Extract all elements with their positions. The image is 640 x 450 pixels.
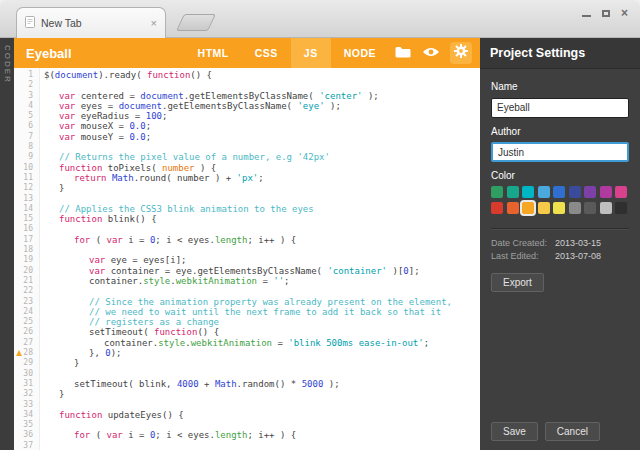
- line-number: 18: [14, 245, 39, 255]
- code-line: for ( var i = 0; i < eyes.length; i++ ) …: [44, 235, 480, 245]
- settings-button[interactable]: [450, 42, 472, 64]
- author-field[interactable]: [491, 142, 629, 162]
- line-number: 36: [14, 430, 39, 440]
- code-lines[interactable]: $(document).ready( function() { var cent…: [40, 68, 480, 450]
- date-created-value: 2013-03-15: [555, 238, 601, 248]
- code-line: // Returns the pixel value of a number, …: [44, 152, 480, 162]
- minimize-icon[interactable]: [582, 15, 591, 17]
- code-line: }: [44, 183, 480, 193]
- name-label: Name: [491, 81, 629, 92]
- color-swatch[interactable]: [491, 202, 503, 214]
- coder-brand-label: CODER: [3, 45, 12, 84]
- code-line: [44, 286, 480, 296]
- last-edited-row: Last Edited: 2013-07-08: [491, 251, 629, 261]
- color-swatch[interactable]: [584, 202, 596, 214]
- line-number: 32: [14, 389, 39, 399]
- code-line: container.style.webkitAnimation = 'blink…: [44, 338, 480, 348]
- main-column: Eyeball HTMLCSSJSNODE: [14, 38, 480, 450]
- color-swatch[interactable]: [491, 186, 503, 198]
- name-field[interactable]: [491, 98, 629, 118]
- color-swatch[interactable]: [615, 202, 627, 214]
- line-number: 13: [14, 194, 39, 204]
- code-line: var mouseY = 0.0;: [44, 132, 480, 142]
- line-number: 1: [14, 70, 39, 80]
- gear-icon: [454, 44, 468, 62]
- code-line: function blink() {: [44, 214, 480, 224]
- line-number: 33: [14, 400, 39, 410]
- files-button[interactable]: [389, 38, 417, 68]
- tab-html[interactable]: HTML: [185, 38, 242, 68]
- line-number: 11: [14, 173, 39, 183]
- line-number: 22: [14, 286, 39, 296]
- color-swatch[interactable]: [507, 202, 519, 214]
- color-swatch[interactable]: [600, 202, 612, 214]
- tab-node[interactable]: NODE: [331, 38, 389, 68]
- color-swatch[interactable]: [569, 186, 581, 198]
- divider: [491, 228, 629, 230]
- date-created-row: Date Created: 2013-03-15: [491, 238, 629, 248]
- code-line: function updateEyes() {: [44, 410, 480, 420]
- warning-icon: [16, 350, 22, 356]
- color-swatch[interactable]: [569, 202, 581, 214]
- code-line: [44, 224, 480, 234]
- line-number: 10: [14, 163, 39, 173]
- line-number: 34: [14, 410, 39, 420]
- code-line: [44, 194, 480, 204]
- app-header: Eyeball HTMLCSSJSNODE: [14, 38, 480, 68]
- browser-window: New Tab × × CODER Eyeball HTMLCSSJSNODE: [0, 0, 640, 450]
- code-line: for ( var i = 0; i < eyes.length; i++ ) …: [44, 430, 480, 440]
- save-button[interactable]: Save: [491, 422, 538, 441]
- line-number: 8: [14, 142, 39, 152]
- code-line: function toPixels( number ) {: [44, 163, 480, 173]
- code-editor[interactable]: 1234567891011121314151617181920212223242…: [14, 68, 480, 450]
- tab-close-icon[interactable]: ×: [151, 18, 157, 29]
- code-line: var eyeRadius = 100;: [44, 111, 480, 121]
- code-line: [44, 420, 480, 430]
- color-swatch[interactable]: [615, 186, 627, 198]
- cancel-button[interactable]: Cancel: [545, 422, 600, 441]
- settings-panel-title: Project Settings: [480, 38, 640, 69]
- color-swatch[interactable]: [522, 202, 534, 214]
- code-line: // we need to wait until the next frame …: [44, 307, 480, 317]
- preview-button[interactable]: [417, 38, 445, 68]
- line-number: 20: [14, 266, 39, 276]
- code-line: }, 0);: [44, 348, 480, 358]
- code-line: // Since the animation property was alre…: [44, 297, 480, 307]
- code-line: container.style.webkitAnimation = '';: [44, 276, 480, 286]
- line-number: 21: [14, 276, 39, 286]
- close-icon[interactable]: ×: [621, 8, 628, 18]
- line-number: 23: [14, 297, 39, 307]
- nav-tabs: HTMLCSSJSNODE: [185, 38, 389, 68]
- line-number: 29: [14, 358, 39, 368]
- new-tab-button[interactable]: [176, 14, 216, 31]
- color-swatch[interactable]: [553, 202, 565, 214]
- code-line: }: [44, 358, 480, 368]
- line-number: 7: [14, 132, 39, 142]
- last-edited-label: Last Edited:: [491, 251, 555, 261]
- code-line: // Applies the CSS3 blink animation to t…: [44, 204, 480, 214]
- color-swatch[interactable]: [600, 186, 612, 198]
- color-swatch[interactable]: [507, 186, 519, 198]
- line-number: 19: [14, 255, 39, 265]
- color-swatch[interactable]: [538, 186, 550, 198]
- export-button[interactable]: Export: [491, 273, 544, 292]
- color-label: Color: [491, 170, 629, 181]
- code-line: var container = eye.getElementsByClassNa…: [44, 266, 480, 276]
- code-line: $(document).ready( function() {: [44, 70, 480, 80]
- color-swatch[interactable]: [522, 186, 534, 198]
- line-number: 25: [14, 317, 39, 327]
- color-swatch[interactable]: [584, 186, 596, 198]
- browser-tab[interactable]: New Tab ×: [16, 7, 166, 38]
- tab-css[interactable]: CSS: [242, 38, 291, 68]
- code-line: var centered = document.getElementsByCla…: [44, 91, 480, 101]
- line-number: 12: [14, 183, 39, 193]
- line-number: 2: [14, 80, 39, 90]
- code-line: var eyes = document.getElementsByClassNa…: [44, 101, 480, 111]
- line-number: 17: [14, 235, 39, 245]
- code-line: var eye = eyes[i];: [44, 255, 480, 265]
- line-number: 30: [14, 369, 39, 379]
- color-swatch[interactable]: [553, 186, 565, 198]
- tab-js[interactable]: JS: [291, 38, 331, 68]
- maximize-icon[interactable]: [602, 10, 610, 17]
- color-swatch[interactable]: [538, 202, 550, 214]
